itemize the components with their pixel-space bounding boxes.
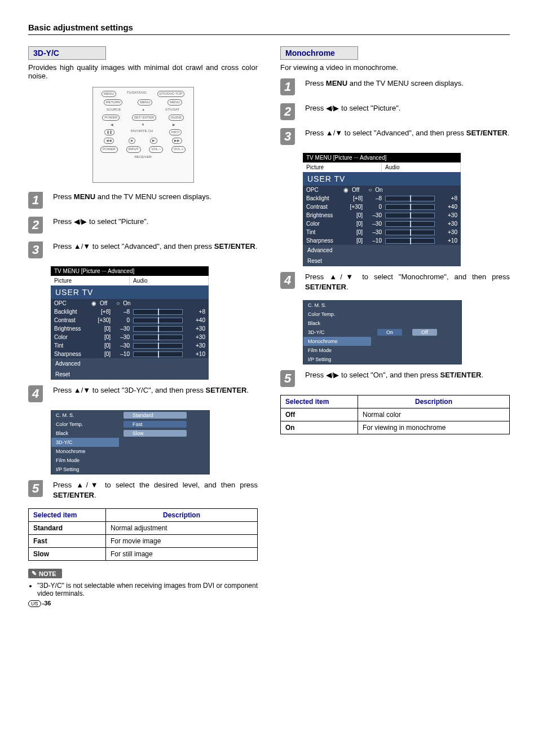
adv-menu-item: I/P Setting: [51, 465, 119, 474]
left-right-icon: ◀/▶: [74, 217, 87, 226]
step-number: 3: [28, 241, 43, 258]
adv-menu-item: Monochrome: [303, 337, 371, 346]
tv-menu-row: Sharpness[0]–10+10: [303, 236, 461, 245]
step-text: Press ▲/▼ to select "Advanced", and then…: [305, 128, 510, 138]
step-text: Press ◀/▶ to select "On", and then press…: [305, 370, 510, 380]
left-column: 3D-Y/C Provides high quality images with…: [28, 46, 258, 606]
table-row: OffNormal color: [281, 408, 510, 421]
adv-menu-item: Color Temp.: [303, 310, 371, 319]
up-down-icon: ▲/▼: [76, 481, 100, 489]
note-list: "3D-Y/C" is not selectable when receivin…: [28, 582, 258, 597]
adv-menu-option: Fast: [124, 421, 187, 428]
step-number: 3: [280, 128, 295, 145]
step-number: 2: [28, 217, 43, 234]
step-text: Press ▲/▼ to select "Monochrome", and th…: [305, 272, 510, 292]
up-down-icon: ▲/▼: [329, 272, 356, 281]
step-5: 5 Press ◀/▶ to select "On", and then pre…: [280, 370, 510, 387]
step-4: 4 Press ▲/▼ to select "Monochrome", and …: [280, 272, 510, 292]
step-4: 4 Press ▲/▼ to select "3D-Y/C", and then…: [28, 385, 258, 402]
up-down-icon: ▲/▼: [74, 386, 90, 394]
adv-menu-item: C. M. S.: [303, 301, 371, 310]
tv-menu-row: Tint[0]–30+30: [51, 341, 209, 350]
left-right-icon: ◀/▶: [326, 104, 339, 112]
step-number: 2: [280, 103, 295, 120]
note-badge: ✎NOTE: [28, 569, 62, 578]
section-heading-3dyc: 3D-Y/C: [28, 46, 106, 60]
step-text: Press ▲/▼ to select the desired level, a…: [53, 480, 258, 500]
tv-menu-header: TV MENU [Picture ··· Advanced]: [51, 266, 209, 276]
adv-menu-item: C. M. S.: [51, 411, 119, 420]
tv-menu-title: USER TV: [51, 285, 209, 299]
tv-menu-row: Backlight[+8]–8+8: [51, 307, 209, 316]
page-title: Basic adjustment settings: [28, 23, 510, 32]
tv-menu-row: Contrast[+30]0+40: [51, 316, 209, 324]
adv-menu-option: On: [377, 329, 402, 336]
step-text: Press ◀/▶ to select "Picture".: [305, 103, 510, 113]
tv-menu-reset: Reset: [51, 369, 209, 380]
adv-menu-option: Off: [412, 329, 437, 336]
step-text: Press ◀/▶ to select "Picture".: [53, 217, 258, 227]
table-row: StandardNormal adjustment: [29, 522, 258, 535]
table-row: FastFor movie image: [29, 535, 258, 548]
step-number: 4: [280, 272, 295, 289]
advanced-menu-monochrome: C. M. S.Color Temp.Black3D-Y/CMonochrome…: [303, 300, 462, 364]
up-down-icon: ▲/▼: [74, 242, 90, 250]
step-5: 5 Press ▲/▼ to select the desired level,…: [28, 480, 258, 500]
tv-menu-row: Brightness[0]–30+30: [51, 324, 209, 333]
up-down-icon: ▲/▼: [326, 129, 342, 137]
tv-menu-tabs: PictureAudio: [51, 276, 209, 285]
step-2: 2 Press ◀/▶ to select "Picture".: [280, 103, 510, 120]
adv-menu-item: 3D-Y/C: [303, 328, 371, 337]
adv-menu-item: Monochrome: [51, 447, 119, 456]
step-text: Press ▲/▼ to select "Advanced", and then…: [53, 241, 258, 252]
tv-menu-row: Brightness[0]–30+30: [303, 211, 461, 219]
adv-menu-option: Slow: [124, 430, 187, 437]
step-number: 1: [28, 192, 43, 209]
tv-menu-advanced: Advanced: [51, 358, 209, 369]
description-table-3dyc: Selected itemDescription StandardNormal …: [28, 508, 258, 561]
step-3: 3 Press ▲/▼ to select "Advanced", and th…: [280, 128, 510, 145]
table-row: OnFor viewing in monochrome: [281, 421, 510, 434]
tv-menu-row: Backlight[+8]–8+8: [303, 194, 461, 203]
tv-menu-row: Tint[0]–30+30: [303, 228, 461, 236]
section-heading-monochrome: Monochrome: [280, 46, 358, 60]
adv-menu-item: I/P Setting: [303, 355, 371, 364]
tv-menu-row: Contrast[+30]0+40: [303, 203, 461, 211]
step-2: 2 Press ◀/▶ to select "Picture".: [28, 217, 258, 234]
step-1: 1 Press MENU and the TV MENU screen disp…: [28, 192, 258, 209]
step-number: 4: [28, 385, 43, 402]
step-number: 5: [28, 480, 43, 497]
tv-menu-row: Sharpness[0]–10+10: [51, 350, 209, 358]
note-icon: ✎: [32, 570, 37, 577]
intro-text: For viewing a video in monochrome.: [280, 63, 510, 72]
tv-menu-screenshot: TV MENU [Picture ··· Advanced] PictureAu…: [51, 266, 209, 380]
right-column: Monochrome For viewing a video in monoch…: [280, 46, 510, 606]
step-number: 5: [280, 370, 295, 387]
step-1: 1 Press MENU and the TV MENU screen disp…: [280, 78, 510, 95]
adv-menu-item: 3D-Y/C: [51, 438, 119, 447]
step-text: Press MENU and the TV MENU screen displa…: [305, 78, 510, 89]
adv-menu-item: Film Mode: [51, 456, 119, 465]
table-row: SlowFor still image: [29, 548, 258, 561]
step-3: 3 Press ▲/▼ to select "Advanced", and th…: [28, 241, 258, 258]
adv-menu-item: Black: [303, 319, 371, 328]
adv-menu-item: Black: [51, 429, 119, 438]
left-right-icon: ◀/▶: [326, 371, 339, 379]
step-number: 1: [280, 78, 295, 95]
step-text: Press MENU and the TV MENU screen displa…: [53, 192, 258, 202]
tv-menu-row: Color[0]–30+30: [51, 333, 209, 341]
step-text: Press ▲/▼ to select "3D-Y/C", and then p…: [53, 385, 258, 395]
page-footer: US-36: [28, 600, 258, 606]
divider: [28, 34, 510, 35]
adv-menu-item: Film Mode: [303, 346, 371, 355]
tv-menu-screenshot: TV MENU [Picture ··· Advanced] PictureAu…: [303, 153, 461, 266]
tv-menu-opc: OPC ◉ Off ○ On: [51, 299, 209, 307]
remote-illustration: MENUTV/SAT/DVDDTV/DVD TOP RETURNMENUMENU…: [92, 87, 194, 183]
adv-menu-option: Standard: [124, 412, 187, 419]
adv-menu-item: Color Temp.: [51, 420, 119, 429]
intro-text: Provides high quality images with minima…: [28, 63, 258, 80]
advanced-menu-3dyc: C. M. S.Color Temp.Black3D-Y/CMonochrome…: [51, 410, 210, 474]
description-table-monochrome: Selected itemDescription OffNormal color…: [280, 395, 510, 434]
tv-menu-row: Color[0]–30+30: [303, 219, 461, 228]
